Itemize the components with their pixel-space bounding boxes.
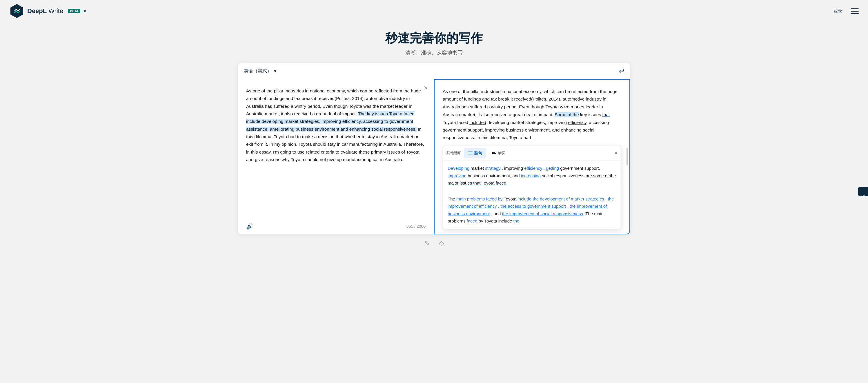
suggestion-popup: 其他选项 整句 单词 — [443, 146, 621, 229]
right-text-developing: developing market strategies, improving — [486, 120, 568, 125]
tab-word-label: 单词 — [497, 150, 506, 157]
feedback-button[interactable]: 反馈 — [858, 187, 868, 196]
popup-tabs-bar: 其他选项 整句 单词 — [443, 146, 621, 161]
sug-text1: market — [470, 166, 485, 171]
sug-text4: government support, — [560, 166, 600, 171]
product-name: Write — [49, 7, 63, 15]
header-right: 登录 — [833, 8, 859, 14]
hero-section: 秒速完善你的写作 清晰、准确、从容地书写 — [0, 22, 868, 63]
bottom-icons: ✎ ◇ — [238, 234, 630, 247]
sug-text5: business environment, and — [468, 173, 521, 178]
swap-languages-icon[interactable]: ⇄ — [619, 67, 624, 75]
sug2-text2: , — [605, 196, 608, 201]
left-footer: 🔊 865 / 2000 — [246, 218, 426, 230]
support-underline: support — [468, 127, 483, 132]
deepl-logo-icon — [9, 3, 24, 19]
chevron-down-icon[interactable]: ▾ — [84, 8, 86, 14]
language-label: 英语（美式） — [244, 68, 272, 74]
sug-improving2: improving — [447, 173, 466, 178]
tab-word[interactable]: 单词 — [488, 148, 510, 158]
diamond-icon[interactable]: ◇ — [439, 240, 444, 247]
sug-developing: Developing — [447, 166, 469, 171]
hero-subtitle: 清晰、准确、从容地书写 — [0, 49, 868, 56]
right-text-key-issues: key issues — [579, 112, 602, 117]
sug2-improvement3: the improvement of social responsiveness — [502, 211, 583, 216]
sug2-text4: , — [567, 204, 569, 209]
left-panel[interactable]: ✕ As one of the pillar industries in nat… — [238, 79, 434, 234]
beta-badge: BETA — [68, 9, 80, 13]
word-lines-icon — [492, 152, 496, 154]
clear-text-icon[interactable]: ✕ — [424, 85, 428, 91]
sug-increasing: increasing — [521, 173, 541, 178]
brand-name: DeepL — [27, 7, 47, 15]
sentence-lines-icon — [468, 152, 472, 154]
speaker-icon[interactable]: 🔊 — [246, 223, 253, 230]
sug2-text7: by Toyota include — [478, 218, 514, 223]
sug2-text5: , and — [491, 211, 502, 216]
right-text-comma: , — [483, 127, 485, 132]
hamburger-menu-icon[interactable] — [850, 8, 859, 14]
lang-chevron-icon[interactable]: ▾ — [274, 68, 276, 74]
language-selector[interactable]: 英语（美式） ▾ — [244, 68, 276, 74]
sug2-faced: faced — [467, 218, 477, 223]
svg-marker-0 — [10, 4, 23, 18]
sug2-text1: Toyota — [503, 196, 518, 201]
sug2-the-end: the — [514, 218, 520, 223]
tab-sentence[interactable]: 整句 — [464, 148, 486, 158]
suggestion-item-2[interactable]: The main problems faced by Toyota includ… — [443, 191, 621, 229]
sug-text3: , — [544, 166, 546, 171]
efficiency-underline: efficiency — [568, 120, 587, 125]
sug2-include-dev: include the development of market strate… — [518, 196, 604, 201]
undo-icon[interactable]: ↩ — [563, 103, 567, 111]
improving-underline: improving — [485, 127, 505, 132]
sug2-main-problems: main problems faced by — [456, 196, 502, 201]
sug-text2: , improving — [502, 166, 524, 171]
right-panel: As one of the pillar industries in natio… — [434, 79, 630, 234]
some-of-the-highlight: Some of the — [555, 112, 579, 117]
sug-strategy: strategy — [485, 166, 500, 171]
left-text-outro: In this dilemma, Toyota had to make a de… — [246, 127, 424, 162]
sug-getting: getting — [546, 166, 559, 171]
edit-icon[interactable]: ✎ — [425, 240, 430, 247]
other-options-label: 其他选项 — [446, 150, 462, 156]
sug2-the: The — [447, 196, 456, 201]
suggestion-item-1[interactable]: Developing market strategy , improving e… — [443, 160, 621, 191]
editor-container: 英语（美式） ▾ ⇄ ✕ As one of the pillar indust… — [231, 63, 637, 259]
hero-title: 秒速完善你的写作 — [0, 30, 868, 46]
scrollbar-thumb[interactable] — [626, 148, 628, 165]
login-button[interactable]: 登录 — [833, 8, 842, 14]
right-editor-text[interactable]: As one of the pillar industries in natio… — [443, 88, 621, 229]
editor-panels: ✕ As one of the pillar industries in nat… — [238, 79, 630, 234]
editor-card: 英语（美式） ▾ ⇄ ✕ As one of the pillar indust… — [238, 63, 630, 234]
word-count: 865 / 2000 — [406, 224, 426, 229]
included-underline: included — [469, 120, 486, 125]
left-editor-text[interactable]: As one of the pillar industries in natio… — [246, 87, 426, 218]
tab-sentence-label: 整句 — [474, 150, 482, 157]
header: DeepL Write BETA ▾ 登录 — [0, 0, 868, 22]
sug2-access: the access to government support — [500, 204, 566, 209]
popup-close-icon[interactable]: × — [614, 149, 618, 158]
that-underline: that — [602, 112, 610, 117]
sug-efficiency: efficiency — [524, 166, 542, 171]
sug-text6: social responsiveness — [542, 173, 586, 178]
header-left: DeepL Write BETA ▾ — [9, 3, 86, 19]
editor-toolbar: 英语（美式） ▾ ⇄ — [238, 63, 630, 79]
right-text-faced: Toyota faced — [443, 120, 469, 125]
